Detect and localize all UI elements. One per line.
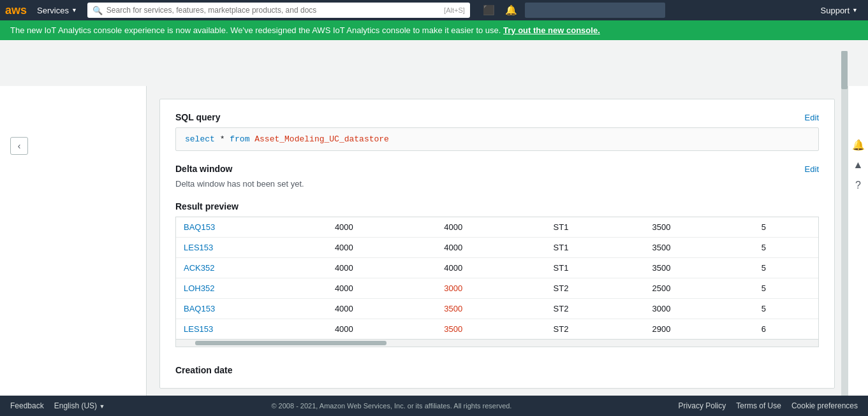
result-table-container: BAQ153 4000 4000 ST1 3500 5 LES153 4000 xyxy=(175,217,819,347)
delta-window-title: Delta window xyxy=(175,164,232,174)
up-arrow-icon[interactable]: ▲ xyxy=(851,157,866,173)
right-panel: 🔔 ▲ ? xyxy=(848,86,868,416)
cell-id: BAQ153 xyxy=(176,217,327,238)
search-shortcut: [Alt+S] xyxy=(444,6,465,14)
cell-col2: 4000 xyxy=(327,238,436,258)
sql-code-box: select * from Asset_Modeling_UC_datastor… xyxy=(175,127,819,151)
delta-window-edit-button[interactable]: Edit xyxy=(805,164,819,174)
announcement-banner: The new IoT Analytics console experience… xyxy=(0,20,868,40)
cell-col3: 3500 xyxy=(436,319,545,340)
delta-window-note: Delta window has not been set yet. xyxy=(175,179,819,189)
feedback-link[interactable]: Feedback xyxy=(10,401,44,410)
cell-col4: ST1 xyxy=(546,238,645,258)
sql-select-keyword: select xyxy=(185,134,215,144)
cell-col2: 4000 xyxy=(327,258,436,278)
horizontal-scrollbar[interactable] xyxy=(176,339,818,347)
notifications-icon[interactable]: 🔔 xyxy=(503,3,520,17)
cell-col2: 4000 xyxy=(327,217,436,238)
cell-col6: 5 xyxy=(754,238,818,258)
cell-col6: 5 xyxy=(754,217,818,238)
cell-col2: 4000 xyxy=(327,319,436,340)
services-dropdown-arrow: ▼ xyxy=(71,7,77,13)
cell-col3: 4000 xyxy=(436,238,545,258)
cell-col4: ST2 xyxy=(546,299,645,319)
table-row: ACK352 4000 4000 ST1 3500 5 xyxy=(176,258,818,278)
search-bar: 🔍 [Alt+S] xyxy=(87,3,470,18)
language-selector[interactable]: English (US) ▼ xyxy=(54,401,105,410)
cell-id: LES153 xyxy=(176,238,327,258)
cell-col5: 2500 xyxy=(644,278,753,299)
scrollbar-thumb xyxy=(195,341,386,345)
table-row: LOH352 4000 3000 ST2 2500 5 xyxy=(176,278,818,299)
creation-date-section: Creation date xyxy=(175,360,819,375)
vertical-scrollbar[interactable] xyxy=(841,51,848,396)
content-panel: SQL query Edit select * from Asset_Model… xyxy=(159,99,835,389)
cell-id: LOH352 xyxy=(176,278,327,299)
terms-of-use-link[interactable]: Terms of Use xyxy=(736,401,781,410)
nav-icons: ⬛ 🔔 xyxy=(480,3,665,18)
table-row: LES153 4000 3500 ST2 2900 6 xyxy=(176,319,818,340)
creation-date-title: Creation date xyxy=(175,365,232,375)
cookie-preferences-link[interactable]: Cookie preferences xyxy=(791,401,858,410)
sql-star: * xyxy=(220,134,230,144)
result-preview-header: Result preview xyxy=(175,201,819,212)
cell-col5: 2900 xyxy=(644,319,753,340)
sql-query-edit-button[interactable]: Edit xyxy=(805,113,819,122)
table-row: BAQ153 4000 4000 ST1 3500 5 xyxy=(176,217,818,238)
cell-id: ACK352 xyxy=(176,258,327,278)
cell-col4: ST1 xyxy=(546,258,645,278)
footer-copyright: © 2008 - 2021, Amazon Web Services, Inc.… xyxy=(271,402,511,410)
aws-logo[interactable]: aws xyxy=(5,4,27,16)
cell-col5: 3500 xyxy=(644,217,753,238)
sql-query-title: SQL query xyxy=(175,112,221,122)
footer: Feedback English (US) ▼ © 2008 - 2021, A… xyxy=(0,396,868,416)
delta-window-section: Delta window Edit Delta window has not b… xyxy=(175,164,819,189)
result-table: BAQ153 4000 4000 ST1 3500 5 LES153 4000 xyxy=(176,217,818,339)
result-preview-title: Result preview xyxy=(175,201,239,212)
cell-col4: ST2 xyxy=(546,278,645,299)
search-input[interactable] xyxy=(107,6,440,15)
cell-col5: 3000 xyxy=(644,299,753,319)
try-new-console-link[interactable]: Try out the new console. xyxy=(503,25,600,35)
support-menu-button[interactable]: Support ▼ xyxy=(816,3,863,18)
cell-id: LES153 xyxy=(176,319,327,340)
cell-col2: 4000 xyxy=(327,278,436,299)
sql-query-header: SQL query Edit xyxy=(175,112,819,122)
notifications-panel-icon[interactable]: 🔔 xyxy=(851,137,866,152)
cell-col3: 4000 xyxy=(436,217,545,238)
cell-col4: ST2 xyxy=(546,319,645,340)
table-row: BAQ153 4000 3500 ST2 3000 5 xyxy=(176,299,818,319)
cell-col3: 3500 xyxy=(436,299,545,319)
terminal-icon[interactable]: ⬛ xyxy=(480,3,497,17)
main-content: SQL query Edit select * from Asset_Model… xyxy=(147,86,848,416)
services-menu-button[interactable]: Services ▼ xyxy=(32,3,82,18)
delta-window-header: Delta window Edit xyxy=(175,164,819,174)
help-icon[interactable]: ? xyxy=(851,178,866,193)
sql-table-name: Asset_Modeling_UC_datastore xyxy=(254,134,389,144)
cell-col4: ST1 xyxy=(546,217,645,238)
top-navigation: aws Services ▼ 🔍 [Alt+S] ⬛ 🔔 Support ▼ xyxy=(0,0,868,20)
cell-col5: 3500 xyxy=(644,258,753,278)
cell-col6: 5 xyxy=(754,258,818,278)
scrollbar-thumb xyxy=(841,51,848,89)
left-sidebar: ‹ xyxy=(0,86,147,416)
cell-col5: 3500 xyxy=(644,238,753,258)
cell-col6: 5 xyxy=(754,278,818,299)
table-row: LES153 4000 4000 ST1 3500 5 xyxy=(176,238,818,258)
language-dropdown-arrow: ▼ xyxy=(99,403,105,410)
privacy-policy-link[interactable]: Privacy Policy xyxy=(679,401,726,410)
cell-col6: 6 xyxy=(754,319,818,340)
cell-col3: 4000 xyxy=(436,258,545,278)
cell-col3: 3000 xyxy=(436,278,545,299)
footer-right: Privacy Policy Terms of Use Cookie prefe… xyxy=(679,401,858,410)
cell-col6: 5 xyxy=(754,299,818,319)
result-preview-section: Result preview BAQ153 4000 4000 ST1 3500 xyxy=(175,201,819,347)
sql-from-keyword: from xyxy=(230,134,249,144)
cell-col2: 4000 xyxy=(327,299,436,319)
search-icon: 🔍 xyxy=(92,6,103,15)
breadcrumb-bar xyxy=(525,3,665,18)
cell-id: BAQ153 xyxy=(176,299,327,319)
support-dropdown-arrow: ▼ xyxy=(852,7,858,13)
back-button[interactable]: ‹ xyxy=(10,137,28,155)
footer-left: Feedback English (US) ▼ xyxy=(10,401,105,410)
